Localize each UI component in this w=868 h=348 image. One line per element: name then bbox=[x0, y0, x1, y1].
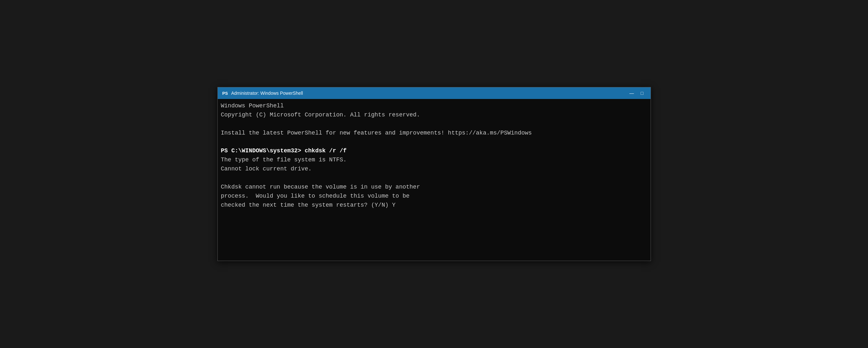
window-title: Administrator: Windows PowerShell bbox=[231, 91, 624, 96]
terminal-line-6: PS C:\WINDOWS\system32> chkdsk /r /f bbox=[221, 147, 647, 156]
minimize-button[interactable]: — bbox=[627, 90, 637, 97]
powershell-icon: PS bbox=[222, 90, 228, 96]
terminal-line-8: Cannot lock current drive. bbox=[221, 165, 647, 174]
terminal-line-7: The type of the file system is NTFS. bbox=[221, 156, 647, 165]
terminal-body[interactable]: Windows PowerShell Copyright (C) Microso… bbox=[218, 99, 651, 261]
svg-text:PS: PS bbox=[222, 91, 228, 96]
terminal-empty-2 bbox=[221, 138, 647, 147]
powershell-window: PS Administrator: Windows PowerShell — □… bbox=[217, 87, 651, 261]
command-text: chkdsk /r /f bbox=[305, 148, 347, 154]
terminal-empty-3 bbox=[221, 174, 647, 183]
terminal-line-11: process. Would you like to schedule this… bbox=[221, 192, 647, 201]
terminal-line-1: Windows PowerShell bbox=[221, 101, 647, 110]
window-controls: — □ bbox=[627, 90, 647, 97]
maximize-button[interactable]: □ bbox=[638, 90, 647, 97]
terminal-line-4: Install the latest PowerShell for new fe… bbox=[221, 129, 647, 138]
terminal-empty-1 bbox=[221, 120, 647, 129]
terminal-line-10: Chkdsk cannot run because the volume is … bbox=[221, 183, 647, 192]
title-bar: PS Administrator: Windows PowerShell — □ bbox=[218, 87, 651, 99]
terminal-line-2: Copyright (C) Microsoft Corporation. All… bbox=[221, 110, 647, 120]
terminal-line-12: checked the next time the system restart… bbox=[221, 201, 647, 210]
